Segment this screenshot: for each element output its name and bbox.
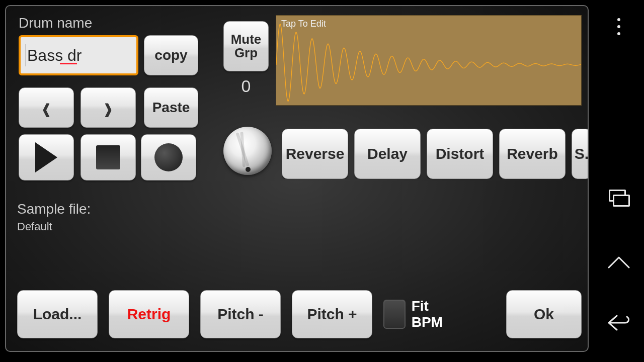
stop-button[interactable] [80, 134, 136, 180]
home-button[interactable] [608, 254, 630, 268]
paste-button[interactable]: Paste [144, 87, 198, 128]
fit-bpm-control[interactable]: Fit BPM [383, 298, 450, 330]
overflow-menu-button[interactable] [607, 15, 630, 38]
next-button[interactable]: › [80, 87, 136, 128]
app-area: Drum name Bass dr copy Paste ‹ › Mute Gr… [0, 0, 594, 362]
fx-reverse-button[interactable]: Reverse [282, 129, 348, 179]
back-icon [607, 314, 631, 332]
overflow-icon [617, 18, 620, 35]
android-nav-bar [594, 0, 644, 362]
fx-delay-button[interactable]: Delay [354, 129, 421, 179]
waveform-display[interactable]: Tap To Edit [276, 15, 582, 106]
back-button[interactable] [607, 314, 631, 332]
drum-editor-panel: Drum name Bass dr copy Paste ‹ › Mute Gr… [5, 5, 589, 352]
fx-more-button[interactable]: S. [572, 129, 588, 179]
recents-icon [609, 190, 629, 206]
drum-name-input[interactable]: Bass dr [19, 35, 138, 75]
waveform-icon [276, 16, 581, 105]
fit-bpm-checkbox[interactable] [383, 300, 406, 329]
bottom-row: Load... Retrig Pitch - Pitch + Fit BPM O… [17, 288, 582, 341]
level-knob[interactable] [223, 127, 272, 175]
play-button[interactable] [19, 134, 74, 180]
fx-reverb-button[interactable]: Reverb [499, 129, 566, 179]
stop-icon [96, 145, 120, 169]
fx-distort-button[interactable]: Distort [427, 129, 493, 179]
spellcheck-underline [60, 63, 77, 64]
recents-button[interactable] [607, 186, 630, 209]
sample-file-label: Sample file: [17, 201, 91, 217]
prev-button[interactable]: ‹ [19, 87, 74, 128]
record-icon [154, 143, 183, 171]
drum-name-label: Drum name [19, 15, 92, 31]
home-icon [608, 254, 630, 268]
load-button[interactable]: Load... [17, 290, 98, 338]
chevron-left-icon: ‹ [42, 87, 51, 128]
pitch-minus-button[interactable]: Pitch - [200, 290, 281, 338]
chevron-right-icon: › [104, 87, 113, 128]
mute-group-value: 0 [223, 76, 269, 96]
copy-button[interactable]: copy [144, 35, 198, 75]
play-icon [35, 142, 57, 172]
sample-file-value: Default [17, 220, 52, 233]
fit-bpm-label: Fit BPM [412, 298, 450, 330]
ok-button[interactable]: Ok [506, 290, 582, 338]
record-button[interactable] [141, 134, 196, 180]
fx-row: Reverse Delay Distort Reverb S. [282, 129, 588, 179]
pitch-plus-button[interactable]: Pitch + [292, 290, 372, 338]
mute-group-button[interactable]: Mute Grp [223, 21, 269, 71]
retrig-button[interactable]: Retrig [109, 290, 189, 338]
